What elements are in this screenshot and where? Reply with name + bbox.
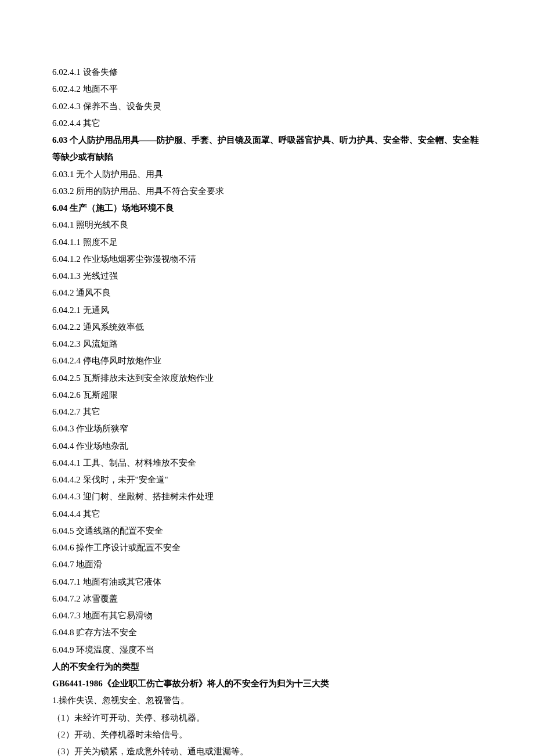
text-line: 6.04.4.3 迎门树、坐殿树、搭挂树未作处理 <box>52 488 482 505</box>
text-line: 6.04 生产（施工）场地环境不良 <box>52 200 482 217</box>
text-line: 6.04.6 操作工序设计或配置不安全 <box>52 539 482 556</box>
text-line: 6.04.4.4 其它 <box>52 506 482 523</box>
text-line: 6.02.4.4 其它 <box>52 115 482 132</box>
text-line: 6.02.4.3 保养不当、设备失灵 <box>52 98 482 115</box>
text-line: 6.04.1.1 照度不足 <box>52 234 482 251</box>
text-line: 6.04.9 环境温度、湿度不当 <box>52 642 482 658</box>
text-line: 6.04.2.5 瓦斯排放未达到安全浓度放炮作业 <box>52 370 482 387</box>
text-line: 1.操作失误、忽视安全、忽视警告。 <box>52 692 482 709</box>
text-line: 6.04.4.2 采伐时，未开"安全道" <box>52 471 482 488</box>
text-line: 6.02.4.1 设备失修 <box>52 64 482 81</box>
text-line: 6.04.2.2 通风系统效率低 <box>52 319 482 336</box>
text-line: 6.02.4.2 地面不平 <box>52 81 482 98</box>
text-line: 人的不安全行为的类型 <box>52 658 482 675</box>
text-line: 6.04.1.3 光线过强 <box>52 268 482 285</box>
text-line: 6.04.5 交通线路的配置不安全 <box>52 523 482 539</box>
text-line: 6.04.2.1 无通风 <box>52 302 482 319</box>
text-line: 6.04.2.3 风流短路 <box>52 336 482 352</box>
text-line: 6.04.7.3 地面有其它易滑物 <box>52 607 482 624</box>
text-line: 6.04.2.6 瓦斯超限 <box>52 387 482 404</box>
text-line: 6.04.7.2 冰雪覆盖 <box>52 591 482 607</box>
text-line: （1）未经许可开动、关停、移动机器。 <box>52 710 482 726</box>
text-line: 6.04.8 贮存方法不安全 <box>52 624 482 641</box>
text-line: 6.04.2 通风不良 <box>52 285 482 301</box>
text-line: 6.04.4.1 工具、制品、材料堆放不安全 <box>52 455 482 471</box>
text-line: 6.03 个人防护用品用具——防护服、手套、护目镜及面罩、呼吸器官护具、听力护具… <box>52 132 482 166</box>
text-line: 6.04.1.2 作业场地烟雾尘弥漫视物不清 <box>52 251 482 268</box>
text-line: 6.04.2.4 停电停风时放炮作业 <box>52 352 482 369</box>
text-line: GB6441-1986《企业职工伤亡事故分析》将人的不安全行为归为十三大类 <box>52 675 482 692</box>
text-line: 6.04.7.1 地面有油或其它液体 <box>52 574 482 591</box>
text-line: 6.04.1 照明光线不良 <box>52 217 482 233</box>
text-line: 6.04.3 作业场所狭窄 <box>52 420 482 437</box>
text-line: 6.03.2 所用的防护用品、用具不符合安全要求 <box>52 183 482 200</box>
text-line: 6.04.7 地面滑 <box>52 556 482 573</box>
text-line: （3）开关为锁紧，造成意外转动、通电或泄漏等。 <box>52 743 482 756</box>
text-line: 6.04.2.7 其它 <box>52 404 482 420</box>
text-line: 6.04.4 作业场地杂乱 <box>52 438 482 455</box>
text-line: （2）开动、关停机器时未给信号。 <box>52 726 482 743</box>
document-body: 6.02.4.1 设备失修6.02.4.2 地面不平6.02.4.3 保养不当、… <box>52 64 482 756</box>
text-line: 6.03.1 无个人防护用品、用具 <box>52 166 482 183</box>
